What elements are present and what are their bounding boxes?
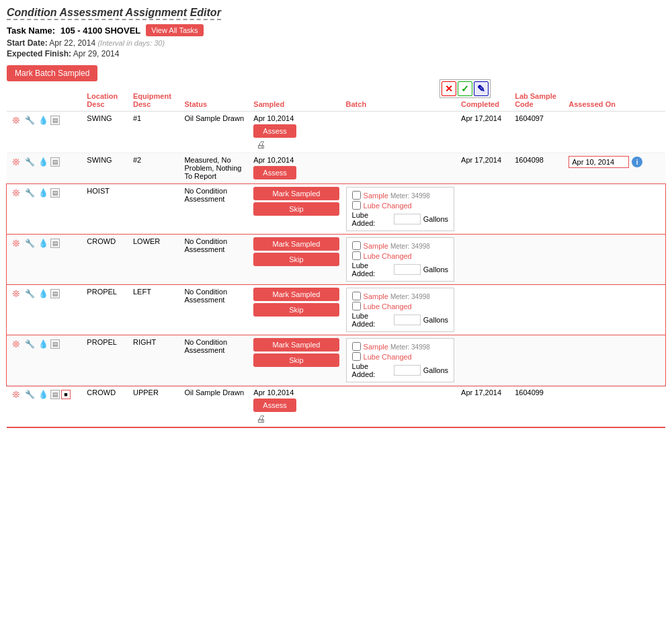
sample-checkbox[interactable] (352, 191, 361, 200)
row-status: No Condition Assessment (181, 285, 250, 335)
lube-changed-label[interactable]: Lube Changed (352, 201, 449, 210)
row-sampled: Apr 10,2014Assess🖨 (250, 386, 342, 428)
th-icons (7, 89, 83, 112)
lube-changed-checkbox[interactable] (352, 352, 361, 361)
wrench-icon[interactable]: 🔧 (24, 156, 36, 168)
toolbar-close-button[interactable]: ✕ (442, 81, 456, 96)
skip-button[interactable]: Skip (253, 303, 339, 317)
task-name-row: Task Name: 105 - 4100 SHOVEL View All Ta… (7, 24, 665, 36)
flower-icon[interactable]: ❊ (10, 187, 22, 199)
gauge-icon[interactable]: ▤ (50, 157, 60, 167)
row-batch: Sample Meter: 34998Lube ChangedLube Adde… (343, 335, 458, 386)
mark-batch-sampled-button[interactable]: Mark Batch Sampled (7, 65, 97, 81)
row-completed: Apr 17,2014 (458, 386, 511, 428)
gauge-icon[interactable]: ▤ (50, 390, 60, 399)
oil-icon[interactable]: 💧 (37, 388, 49, 401)
gauge-icon[interactable]: ▤ (50, 116, 60, 125)
assess-button[interactable]: Assess (253, 399, 296, 412)
page-wrapper: Condition Assessment Assignment Editor T… (0, 0, 672, 625)
flower-icon[interactable]: ❊ (10, 338, 22, 350)
row-lab-code: 1604097 (511, 112, 565, 153)
row-assessed-on (565, 112, 665, 153)
row-equipment (130, 184, 181, 235)
lube-changed-checkbox[interactable] (352, 251, 361, 260)
gallons-input[interactable] (394, 315, 421, 325)
row-icons-cell: ❊🔧💧▤ (7, 335, 83, 386)
sample-checkbox[interactable] (352, 342, 361, 351)
table-header-row: Location Desc Equipment Desc Status Samp… (7, 89, 665, 112)
task-name-value: 105 - 4100 SHOVEL (60, 26, 140, 36)
row-lab-code (511, 184, 565, 235)
sample-checkbox-label[interactable]: Sample Meter: 34998 (352, 342, 449, 351)
flower-icon[interactable]: ❊ (10, 288, 22, 300)
table-row: ❊🔧💧▤CROWDLOWERNo Condition AssessmentMar… (7, 235, 665, 285)
sample-checkbox-label[interactable]: Sample Meter: 34998 (352, 191, 449, 200)
sample-checkbox[interactable] (352, 292, 361, 300)
wrench-icon[interactable]: 🔧 (24, 114, 36, 126)
mark-sampled-button[interactable]: Mark Sampled (253, 237, 339, 251)
oil-icon[interactable]: 💧 (37, 187, 49, 199)
sample-checkbox[interactable] (352, 241, 361, 250)
flower-icon[interactable]: ❊ (10, 156, 22, 168)
oil-icon[interactable]: 💧 (37, 114, 49, 126)
gauge-icon[interactable]: ▤ (50, 289, 60, 298)
assessed-on-input[interactable] (569, 156, 629, 168)
lube-changed-label[interactable]: Lube Changed (352, 302, 449, 310)
lube-changed-checkbox[interactable] (352, 201, 361, 210)
skip-button[interactable]: Skip (253, 353, 339, 367)
row-status: No Condition Assessment (181, 235, 250, 285)
skip-button[interactable]: Skip (253, 202, 339, 216)
row-completed: Apr 17,2014 (458, 153, 511, 184)
editor-title: Condition Assessment Assignment Editor (7, 7, 221, 20)
row-equipment: LEFT (130, 285, 181, 335)
lube-changed-label[interactable]: Lube Changed (352, 352, 449, 361)
wrench-icon[interactable]: 🔧 (24, 187, 36, 199)
gallons-input[interactable] (394, 214, 421, 224)
wrench-icon[interactable]: 🔧 (24, 338, 36, 350)
lube-changed-checkbox[interactable] (352, 302, 361, 310)
mark-sampled-button[interactable]: Mark Sampled (253, 338, 339, 351)
toolbar-edit-button[interactable]: ✎ (474, 81, 489, 96)
row-equipment: UPPER (130, 386, 181, 428)
gauge-icon[interactable]: ▤ (50, 188, 60, 198)
mark-sampled-button[interactable]: Mark Sampled (253, 288, 339, 301)
oil-icon[interactable]: 💧 (37, 338, 49, 350)
lube-changed-label[interactable]: Lube Changed (352, 251, 449, 260)
gallons-input[interactable] (394, 365, 421, 376)
row-batch: Sample Meter: 34998Lube ChangedLube Adde… (343, 235, 458, 285)
skip-button[interactable]: Skip (253, 253, 339, 266)
wrench-icon[interactable]: 🔧 (24, 237, 36, 249)
info-icon[interactable]: i (632, 157, 642, 167)
row-sampled: Mark SampledSkip (250, 235, 342, 285)
flower-icon[interactable]: ❊ (10, 237, 22, 249)
print-icon[interactable]: 🖨 (256, 413, 265, 424)
row-sampled: Mark SampledSkip (250, 184, 342, 235)
oil-icon[interactable]: 💧 (37, 156, 49, 168)
mark-sampled-button[interactable]: Mark Sampled (253, 187, 339, 200)
sample-checkbox-label[interactable]: Sample Meter: 34998 (352, 292, 449, 300)
extra-icon[interactable]: ■ (61, 390, 71, 399)
assess-button[interactable]: Assess (253, 124, 296, 138)
row-equipment: LOWER (130, 235, 181, 285)
wrench-icon[interactable]: 🔧 (24, 288, 36, 300)
gallons-input[interactable] (394, 264, 421, 275)
assess-button[interactable]: Assess (253, 166, 296, 179)
toolbar-confirm-button[interactable]: ✓ (458, 81, 472, 96)
wrench-icon[interactable]: 🔧 (24, 388, 36, 401)
row-completed (458, 335, 511, 386)
view-all-tasks-button[interactable]: View All Tasks (146, 24, 203, 36)
sample-checkbox-label[interactable]: Sample Meter: 34998 (352, 241, 449, 250)
th-lab-sample: Lab Sample Code (511, 89, 565, 112)
oil-icon[interactable]: 💧 (37, 237, 49, 249)
row-location: PROPEL (83, 285, 130, 335)
row-status: Measured, No Problem, Nothing To Report (181, 153, 250, 184)
flower-icon[interactable]: ❊ (10, 388, 22, 401)
gauge-icon[interactable]: ▤ (50, 239, 60, 248)
row-assessed-on (565, 335, 665, 386)
gauge-icon[interactable]: ▤ (50, 339, 60, 349)
row-assessed-on (565, 285, 665, 335)
print-icon[interactable]: 🖨 (256, 139, 265, 150)
main-table: Location Desc Equipment Desc Status Samp… (7, 89, 665, 428)
oil-icon[interactable]: 💧 (37, 288, 49, 300)
flower-icon[interactable]: ❊ (10, 114, 22, 126)
